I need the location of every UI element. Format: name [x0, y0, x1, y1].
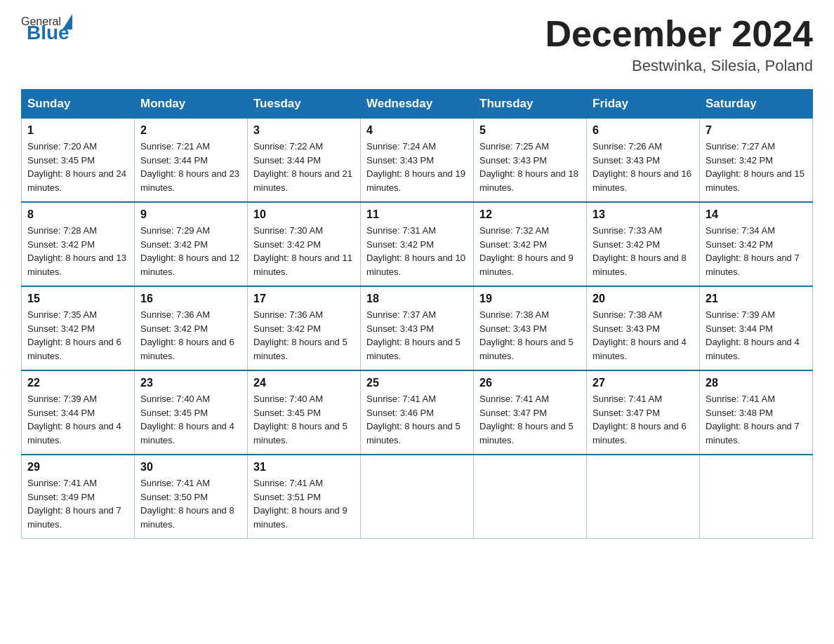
day-number: 15: [27, 293, 128, 305]
day-number: 9: [140, 208, 241, 221]
table-row: 28Sunrise: 7:41 AMSunset: 3:48 PMDayligh…: [700, 370, 813, 455]
table-row: 29Sunrise: 7:41 AMSunset: 3:49 PMDayligh…: [22, 455, 135, 539]
day-number: 21: [706, 293, 807, 305]
day-info: Sunrise: 7:28 AMSunset: 3:42 PMDaylight:…: [27, 224, 128, 279]
day-info: Sunrise: 7:24 AMSunset: 3:43 PMDaylight:…: [366, 140, 468, 194]
col-sunday: Sunday: [22, 90, 135, 119]
table-row: 19Sunrise: 7:38 AMSunset: 3:43 PMDayligh…: [474, 286, 587, 370]
col-monday: Monday: [135, 90, 248, 119]
table-row: 21Sunrise: 7:39 AMSunset: 3:44 PMDayligh…: [700, 286, 813, 370]
day-number: 31: [253, 461, 355, 474]
table-row: 9Sunrise: 7:29 AMSunset: 3:42 PMDaylight…: [135, 202, 248, 286]
logo: General Blue: [21, 14, 74, 44]
day-number: 16: [140, 293, 241, 305]
day-number: 3: [253, 124, 355, 137]
day-info: Sunrise: 7:29 AMSunset: 3:42 PMDaylight:…: [140, 224, 241, 279]
table-row: 27Sunrise: 7:41 AMSunset: 3:47 PMDayligh…: [587, 370, 700, 455]
table-row: [361, 455, 474, 539]
day-info: Sunrise: 7:37 AMSunset: 3:43 PMDaylight:…: [366, 308, 468, 363]
table-row: 14Sunrise: 7:34 AMSunset: 3:42 PMDayligh…: [700, 202, 813, 286]
day-info: Sunrise: 7:41 AMSunset: 3:47 PMDaylight:…: [479, 392, 581, 447]
table-row: 6Sunrise: 7:26 AMSunset: 3:43 PMDaylight…: [587, 119, 700, 203]
day-info: Sunrise: 7:38 AMSunset: 3:43 PMDaylight:…: [593, 308, 694, 363]
day-info: Sunrise: 7:41 AMSunset: 3:51 PMDaylight:…: [253, 476, 355, 531]
day-info: Sunrise: 7:39 AMSunset: 3:44 PMDaylight:…: [27, 392, 128, 447]
day-info: Sunrise: 7:33 AMSunset: 3:42 PMDaylight:…: [593, 224, 694, 279]
table-row: 12Sunrise: 7:32 AMSunset: 3:42 PMDayligh…: [474, 202, 587, 286]
col-tuesday: Tuesday: [248, 90, 361, 119]
day-info: Sunrise: 7:20 AMSunset: 3:45 PMDaylight:…: [27, 140, 128, 194]
day-info: Sunrise: 7:30 AMSunset: 3:42 PMDaylight:…: [253, 224, 355, 279]
page-header: General Blue December 2024 Bestwinka, Si…: [21, 14, 813, 75]
day-number: 19: [479, 293, 581, 305]
day-info: Sunrise: 7:22 AMSunset: 3:44 PMDaylight:…: [253, 140, 355, 194]
table-row: 5Sunrise: 7:25 AMSunset: 3:43 PMDaylight…: [474, 119, 587, 203]
calendar-week-row: 22Sunrise: 7:39 AMSunset: 3:44 PMDayligh…: [22, 370, 813, 455]
day-number: 11: [366, 208, 468, 221]
day-info: Sunrise: 7:35 AMSunset: 3:42 PMDaylight:…: [27, 308, 128, 363]
day-number: 26: [479, 377, 581, 389]
table-row: 3Sunrise: 7:22 AMSunset: 3:44 PMDaylight…: [248, 119, 361, 203]
table-row: 1Sunrise: 7:20 AMSunset: 3:45 PMDaylight…: [22, 119, 135, 203]
day-info: Sunrise: 7:36 AMSunset: 3:42 PMDaylight:…: [253, 308, 355, 363]
day-info: Sunrise: 7:41 AMSunset: 3:49 PMDaylight:…: [27, 476, 128, 531]
day-number: 8: [27, 208, 128, 221]
day-info: Sunrise: 7:38 AMSunset: 3:43 PMDaylight:…: [479, 308, 581, 363]
day-number: 13: [593, 208, 694, 221]
day-number: 2: [140, 124, 241, 137]
day-info: Sunrise: 7:41 AMSunset: 3:48 PMDaylight:…: [706, 392, 807, 447]
day-number: 22: [27, 377, 128, 389]
calendar-week-row: 8Sunrise: 7:28 AMSunset: 3:42 PMDaylight…: [22, 202, 813, 286]
day-info: Sunrise: 7:41 AMSunset: 3:47 PMDaylight:…: [593, 392, 694, 447]
table-row: 26Sunrise: 7:41 AMSunset: 3:47 PMDayligh…: [474, 370, 587, 455]
day-info: Sunrise: 7:34 AMSunset: 3:42 PMDaylight:…: [706, 224, 807, 279]
table-row: 16Sunrise: 7:36 AMSunset: 3:42 PMDayligh…: [135, 286, 248, 370]
day-info: Sunrise: 7:40 AMSunset: 3:45 PMDaylight:…: [140, 392, 241, 447]
day-info: Sunrise: 7:32 AMSunset: 3:42 PMDaylight:…: [479, 224, 581, 279]
calendar-table: Sunday Monday Tuesday Wednesday Thursday…: [21, 89, 813, 539]
day-number: 30: [140, 461, 241, 474]
table-row: [587, 455, 700, 539]
day-info: Sunrise: 7:39 AMSunset: 3:44 PMDaylight:…: [706, 308, 807, 363]
table-row: 10Sunrise: 7:30 AMSunset: 3:42 PMDayligh…: [248, 202, 361, 286]
calendar-week-row: 15Sunrise: 7:35 AMSunset: 3:42 PMDayligh…: [22, 286, 813, 370]
day-number: 12: [479, 208, 581, 221]
calendar-header-row: Sunday Monday Tuesday Wednesday Thursday…: [22, 90, 813, 119]
table-row: 30Sunrise: 7:41 AMSunset: 3:50 PMDayligh…: [135, 455, 248, 539]
table-row: 23Sunrise: 7:40 AMSunset: 3:45 PMDayligh…: [135, 370, 248, 455]
calendar-week-row: 29Sunrise: 7:41 AMSunset: 3:49 PMDayligh…: [22, 455, 813, 539]
col-saturday: Saturday: [700, 90, 813, 119]
day-info: Sunrise: 7:25 AMSunset: 3:43 PMDaylight:…: [479, 140, 581, 194]
day-info: Sunrise: 7:41 AMSunset: 3:46 PMDaylight:…: [366, 392, 468, 447]
day-number: 28: [706, 377, 807, 389]
table-row: 25Sunrise: 7:41 AMSunset: 3:46 PMDayligh…: [361, 370, 474, 455]
day-number: 4: [366, 124, 468, 137]
table-row: 4Sunrise: 7:24 AMSunset: 3:43 PMDaylight…: [361, 119, 474, 203]
day-number: 29: [27, 461, 128, 474]
table-row: 22Sunrise: 7:39 AMSunset: 3:44 PMDayligh…: [22, 370, 135, 455]
table-row: 2Sunrise: 7:21 AMSunset: 3:44 PMDaylight…: [135, 119, 248, 203]
day-number: 10: [253, 208, 355, 221]
day-info: Sunrise: 7:27 AMSunset: 3:42 PMDaylight:…: [706, 140, 807, 194]
table-row: [700, 455, 813, 539]
day-info: Sunrise: 7:36 AMSunset: 3:42 PMDaylight:…: [140, 308, 241, 363]
day-info: Sunrise: 7:41 AMSunset: 3:50 PMDaylight:…: [140, 476, 241, 531]
day-info: Sunrise: 7:21 AMSunset: 3:44 PMDaylight:…: [140, 140, 241, 194]
table-row: 13Sunrise: 7:33 AMSunset: 3:42 PMDayligh…: [587, 202, 700, 286]
table-row: [474, 455, 587, 539]
table-row: 24Sunrise: 7:40 AMSunset: 3:45 PMDayligh…: [248, 370, 361, 455]
calendar-week-row: 1Sunrise: 7:20 AMSunset: 3:45 PMDaylight…: [22, 119, 813, 203]
day-info: Sunrise: 7:31 AMSunset: 3:42 PMDaylight:…: [366, 224, 468, 279]
calendar-location: Bestwinka, Silesia, Poland: [545, 57, 813, 75]
title-block: December 2024 Bestwinka, Silesia, Poland: [545, 14, 813, 75]
day-number: 5: [479, 124, 581, 137]
table-row: 31Sunrise: 7:41 AMSunset: 3:51 PMDayligh…: [248, 455, 361, 539]
table-row: 15Sunrise: 7:35 AMSunset: 3:42 PMDayligh…: [22, 286, 135, 370]
day-number: 25: [366, 377, 468, 389]
calendar-title: December 2024: [545, 14, 813, 54]
table-row: 20Sunrise: 7:38 AMSunset: 3:43 PMDayligh…: [587, 286, 700, 370]
day-number: 14: [706, 208, 807, 221]
table-row: 11Sunrise: 7:31 AMSunset: 3:42 PMDayligh…: [361, 202, 474, 286]
table-row: 18Sunrise: 7:37 AMSunset: 3:43 PMDayligh…: [361, 286, 474, 370]
table-row: 17Sunrise: 7:36 AMSunset: 3:42 PMDayligh…: [248, 286, 361, 370]
